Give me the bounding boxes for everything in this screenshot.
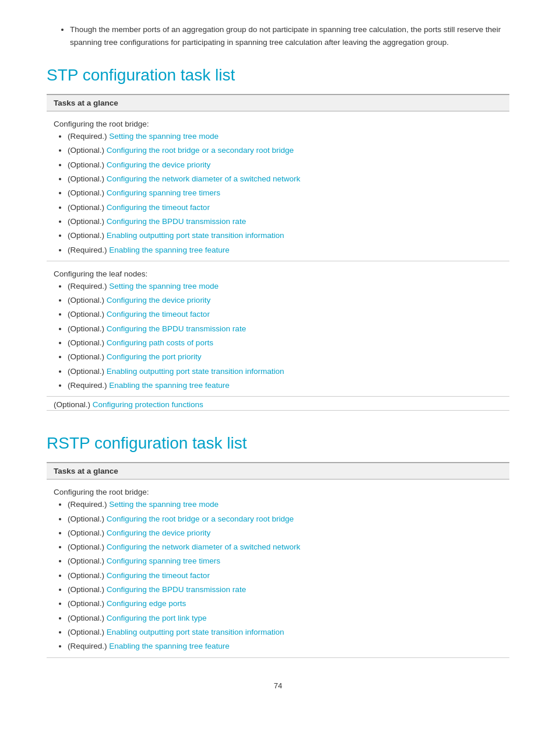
- stp-root-bridge-list: (Required.) Setting the spanning tree mo…: [54, 130, 502, 257]
- link-rstp-root-bridge-secondary[interactable]: Configuring the root bridge or a seconda…: [107, 514, 294, 523]
- list-item: (Optional.) Configuring the root bridge …: [68, 512, 502, 526]
- page-number: 74: [47, 681, 509, 690]
- list-item: (Required.) Setting the spanning tree mo…: [68, 130, 502, 144]
- stp-leaf-nodes-list: (Required.) Setting the spanning tree mo…: [54, 279, 502, 393]
- link-port-state-transition[interactable]: Enabling outputting port state transitio…: [107, 231, 284, 240]
- list-item: (Required.) Setting the spanning tree mo…: [68, 279, 502, 293]
- rstp-root-bridge-label: Configuring the root bridge:: [54, 483, 502, 498]
- link-rstp-edge-ports[interactable]: Configuring edge ports: [107, 599, 186, 608]
- rstp-table-header: Tasks at a glance: [47, 463, 509, 480]
- link-rstp-stp-mode[interactable]: Setting the spanning tree mode: [109, 500, 219, 509]
- rstp-root-bridge-list: (Required.) Setting the spanning tree mo…: [54, 498, 502, 653]
- list-item: (Optional.) Configuring the timeout fact…: [68, 569, 502, 583]
- list-item: (Optional.) Configuring the BPDU transmi…: [68, 583, 502, 597]
- list-item: (Optional.) Configuring the port priorit…: [68, 350, 502, 364]
- link-port-priority[interactable]: Configuring the port priority: [107, 352, 202, 361]
- stp-optional-row: (Optional.) Configuring protection funct…: [47, 397, 509, 411]
- link-setting-stp-mode[interactable]: Setting the spanning tree mode: [109, 132, 219, 141]
- link-enable-stp-feature[interactable]: Enabling the spanning tree feature: [109, 246, 229, 254]
- list-item: (Optional.) Configuring the BPDU transmi…: [68, 215, 502, 229]
- link-leaf-device-priority[interactable]: Configuring the device priority: [107, 296, 211, 304]
- stp-leaf-nodes-label: Configuring the leaf nodes:: [54, 265, 502, 279]
- list-item: (Optional.) Configuring spanning tree ti…: [68, 186, 502, 200]
- link-rstp-port-link-type[interactable]: Configuring the port link type: [107, 614, 207, 622]
- link-bpdu-rate[interactable]: Configuring the BPDU transmission rate: [107, 217, 246, 226]
- link-rstp-port-state-transition[interactable]: Enabling outputting port state transitio…: [107, 628, 284, 636]
- link-stp-timers[interactable]: Configuring spanning tree timers: [107, 188, 220, 197]
- list-item: (Optional.) Configuring the timeout fact…: [68, 307, 502, 321]
- list-item: (Optional.) Configuring the timeout fact…: [68, 201, 502, 215]
- link-rstp-stp-timers[interactable]: Configuring spanning tree timers: [107, 556, 220, 565]
- list-item: (Optional.) Configuring the root bridge …: [68, 144, 502, 158]
- stp-task-table: Tasks at a glance Configuring the root b…: [47, 94, 509, 411]
- stp-section-title: STP configuration task list: [47, 66, 509, 85]
- link-root-bridge-secondary[interactable]: Configuring the root bridge or a seconda…: [107, 146, 294, 155]
- link-device-priority[interactable]: Configuring the device priority: [107, 160, 211, 169]
- stp-table-header: Tasks at a glance: [47, 94, 509, 111]
- list-item: (Required.) Enabling the spanning tree f…: [68, 639, 502, 653]
- stp-root-bridge-group: Configuring the root bridge: (Required.)…: [47, 111, 509, 261]
- list-item: (Optional.) Configuring the device prior…: [68, 293, 502, 307]
- link-rstp-bpdu-rate[interactable]: Configuring the BPDU transmission rate: [107, 585, 246, 594]
- rstp-task-table: Tasks at a glance Configuring the root b…: [47, 462, 509, 657]
- link-network-diameter[interactable]: Configuring the network diameter of a sw…: [107, 174, 300, 183]
- link-leaf-enable-stp[interactable]: Enabling the spanning tree feature: [109, 381, 229, 390]
- list-item: (Optional.) Configuring the device prior…: [68, 158, 502, 172]
- list-item: (Optional.) Enabling outputting port sta…: [68, 229, 502, 243]
- list-item: (Optional.) Enabling outputting port sta…: [68, 625, 502, 639]
- list-item: (Optional.) Configuring spanning tree ti…: [68, 554, 502, 568]
- link-rstp-device-priority[interactable]: Configuring the device priority: [107, 528, 211, 537]
- list-item: (Optional.) Configuring the network diam…: [68, 540, 502, 554]
- link-path-costs[interactable]: Configuring path costs of ports: [107, 338, 213, 347]
- list-item: (Optional.) Enabling outputting port sta…: [68, 365, 502, 379]
- list-item: (Optional.) Configuring the device prior…: [68, 526, 502, 540]
- stp-leaf-nodes-group: Configuring the leaf nodes: (Required.) …: [47, 261, 509, 396]
- rstp-root-bridge-group: Configuring the root bridge: (Required.)…: [47, 480, 509, 657]
- list-item: (Required.) Setting the spanning tree mo…: [68, 498, 502, 512]
- stp-root-bridge-label: Configuring the root bridge:: [54, 115, 502, 130]
- link-leaf-bpdu-rate[interactable]: Configuring the BPDU transmission rate: [107, 324, 246, 333]
- list-item: (Optional.) Configuring the BPDU transmi…: [68, 322, 502, 336]
- list-item: (Optional.) Configuring the port link ty…: [68, 611, 502, 625]
- list-item: (Required.) Enabling the spanning tree f…: [68, 379, 502, 393]
- list-item: (Optional.) Configuring path costs of po…: [68, 336, 502, 350]
- intro-section: Though the member ports of an aggregatio…: [47, 23, 509, 48]
- link-rstp-timeout-factor[interactable]: Configuring the timeout factor: [107, 571, 210, 580]
- link-leaf-port-state-transition[interactable]: Enabling outputting port state transitio…: [107, 367, 284, 376]
- list-item: (Required.) Enabling the spanning tree f…: [68, 243, 502, 257]
- link-rstp-network-diameter[interactable]: Configuring the network diameter of a sw…: [107, 542, 300, 551]
- link-rstp-enable-feature[interactable]: Enabling the spanning tree feature: [109, 642, 229, 650]
- link-protection-functions[interactable]: Configuring protection functions: [93, 400, 203, 409]
- list-item: (Optional.) Configuring the network diam…: [68, 172, 502, 186]
- list-item: (Optional.) Configuring edge ports: [68, 597, 502, 611]
- intro-bullet-item: Though the member ports of an aggregatio…: [70, 23, 509, 48]
- rstp-section-title: RSTP configuration task list: [47, 434, 509, 453]
- link-leaf-stp-mode[interactable]: Setting the spanning tree mode: [109, 282, 219, 290]
- link-timeout-factor[interactable]: Configuring the timeout factor: [107, 203, 210, 212]
- link-leaf-timeout-factor[interactable]: Configuring the timeout factor: [107, 310, 210, 318]
